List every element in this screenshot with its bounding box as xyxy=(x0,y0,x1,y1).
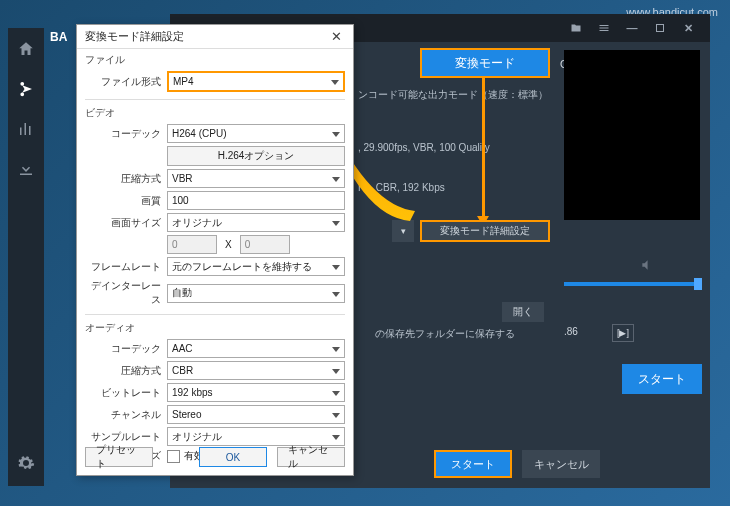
home-icon[interactable] xyxy=(15,38,37,60)
file-format-select[interactable]: MP4 xyxy=(167,71,345,92)
group-video: ビデオ xyxy=(85,106,345,120)
encode-info: ンコード可能な出力モード（速度：標準） xyxy=(358,88,548,102)
audio-codec-select[interactable]: AAC xyxy=(167,339,345,358)
video-compression-select[interactable]: VBR xyxy=(167,169,345,188)
video-info: , 29.900fps, VBR, 100 Quality xyxy=(358,142,490,153)
deinterlace-label: デインターレース xyxy=(85,279,167,307)
size-x: X xyxy=(225,239,232,250)
h264-options-button[interactable]: H.264オプション xyxy=(167,146,345,166)
menu-icon[interactable] xyxy=(590,18,618,38)
minimize-icon[interactable]: — xyxy=(618,18,646,38)
timecode: .86 xyxy=(564,326,578,337)
audio-channel-select[interactable]: Stereo xyxy=(167,405,345,424)
small-dropdown[interactable]: ▾ xyxy=(392,220,414,242)
open-button[interactable]: 開く xyxy=(502,302,544,322)
preset-button[interactable]: プリセット xyxy=(85,447,153,467)
start-button[interactable]: スタート xyxy=(434,450,512,478)
dialog-titlebar: 変換モード詳細設定 ✕ xyxy=(77,25,353,49)
video-codec-select[interactable]: H264 (CPU) xyxy=(167,124,345,143)
video-compression-label: 圧縮方式 xyxy=(85,172,167,186)
volume-icon[interactable] xyxy=(640,258,654,276)
big-start-button[interactable]: スタート xyxy=(622,364,702,394)
detail-settings-dialog: 変換モード詳細設定 ✕ ファイル ファイル形式 MP4 ビデオ コーデック H2… xyxy=(76,24,354,476)
maximize-icon[interactable] xyxy=(646,18,674,38)
file-format-label: ファイル形式 xyxy=(85,75,167,89)
cancel-button-dialog[interactable]: キャンセル xyxy=(277,447,345,467)
audio-compression-select[interactable]: CBR xyxy=(167,361,345,380)
dialog-close-button[interactable]: ✕ xyxy=(327,28,345,46)
play-button[interactable]: [▶] xyxy=(612,324,634,342)
app-title-partial: BA xyxy=(50,30,67,44)
sidebar xyxy=(8,28,44,486)
framerate-label: フレームレート xyxy=(85,260,167,274)
video-quality-label: 画質 xyxy=(85,194,167,208)
video-preview xyxy=(564,50,700,220)
audio-bitrate-select[interactable]: 192 kbps xyxy=(167,383,345,402)
video-height-input[interactable]: 0 xyxy=(240,235,290,254)
deinterlace-select[interactable]: 自動 xyxy=(167,284,345,303)
settings-icon[interactable] xyxy=(15,452,37,474)
cancel-button-main[interactable]: キャンセル xyxy=(522,450,600,478)
dialog-title-text: 変換モード詳細設定 xyxy=(85,29,327,44)
seek-slider[interactable] xyxy=(564,282,700,286)
video-quality-input[interactable]: 100 xyxy=(167,191,345,210)
group-file: ファイル xyxy=(85,53,345,67)
video-size-label: 画面サイズ xyxy=(85,216,167,230)
download-icon[interactable] xyxy=(15,158,37,180)
audio-bitrate-label: ビットレート xyxy=(85,386,167,400)
video-width-input[interactable]: 0 xyxy=(167,235,217,254)
equalizer-icon[interactable] xyxy=(15,118,37,140)
close-icon[interactable]: ✕ xyxy=(674,18,702,38)
annotation-arrow-down xyxy=(482,78,485,218)
save-info: の保存先フォルダーに保存する xyxy=(375,327,515,341)
audio-channel-label: チャンネル xyxy=(85,408,167,422)
video-size-select[interactable]: オリジナル xyxy=(167,213,345,232)
audio-codec-label: コーデック xyxy=(85,342,167,356)
video-codec-label: コーデック xyxy=(85,127,167,141)
detail-settings-button[interactable]: 変換モード詳細設定 xyxy=(420,220,550,242)
framerate-select[interactable]: 元のフレームレートを維持する xyxy=(167,257,345,276)
seek-handle[interactable] xyxy=(694,278,702,290)
audio-info: Hz, CBR, 192 Kbps xyxy=(358,182,445,193)
audio-samplerate-label: サンプルレート xyxy=(85,430,167,444)
group-audio: オーディオ xyxy=(85,321,345,335)
conversion-mode-button[interactable]: 変換モード xyxy=(420,48,550,78)
ok-button[interactable]: OK xyxy=(199,447,267,467)
scissors-icon[interactable] xyxy=(15,78,37,100)
folder-icon[interactable] xyxy=(562,18,590,38)
audio-compression-label: 圧縮方式 xyxy=(85,364,167,378)
